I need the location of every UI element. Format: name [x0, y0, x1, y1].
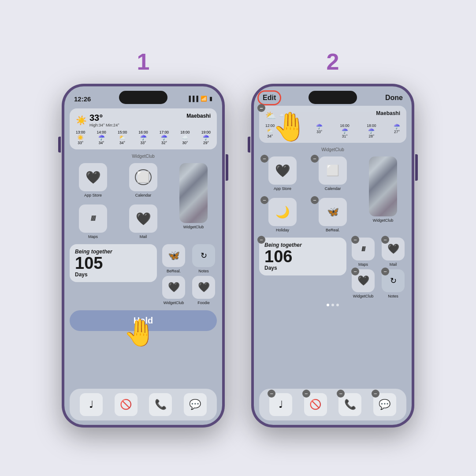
main-container: 1 12:26 ▐▐▐ 📶 ▮ [44, 31, 432, 445]
mail-item-2[interactable]: − 🖤 Mail [380, 238, 406, 267]
phone-2: Edit Done ⛅ [251, 84, 414, 428]
phone-2-screen: Edit Done ⛅ [254, 86, 412, 425]
maps-item-1[interactable]: //// Maps [70, 205, 116, 239]
edit-button[interactable]: Edit [263, 94, 276, 102]
step-1-number: 1 [137, 48, 150, 75]
notes-item-1[interactable]: ↻ Notes [190, 244, 217, 273]
mail-label-2: Mail [390, 262, 397, 267]
foodie-icon-1: 🖤 [192, 276, 215, 299]
weather-details-1: High:34° Min:24° [89, 123, 119, 127]
notes-item-2[interactable]: − ↻ Notes [380, 269, 406, 298]
remove-badge-holiday[interactable]: − [260, 196, 268, 204]
app-store-icon-1: 🖤 [79, 163, 107, 191]
app-store-item-1[interactable]: 🖤 App Store [70, 163, 116, 197]
dynamic-island-2 [309, 91, 357, 104]
remove-badge-notes[interactable]: − [381, 268, 389, 275]
calendar-item-2[interactable]: − ⬜ Calendar [309, 156, 356, 191]
remove-badge-mail[interactable]: − [381, 236, 389, 244]
remove-badge-bereal[interactable]: − [311, 196, 319, 204]
mail-label-1: Mail [140, 234, 147, 239]
notes-label-2: Notes [388, 294, 398, 298]
notes-label-1: Notes [198, 269, 209, 273]
together-days-1: Days [75, 271, 152, 278]
app-store-label-2: App Store [274, 186, 291, 191]
wc-label-2: WidgetClub [259, 147, 406, 152]
step-2-number: 2 [327, 48, 339, 75]
remove-badge-dock-messages[interactable]: − [372, 390, 379, 398]
widgetclub-bottom-label-2: WidgetClub [353, 294, 374, 298]
weather-top-2: ⛅ ☁️ Cloud Maebashi [265, 110, 400, 121]
calendar-icon-2: ⬜ [319, 156, 347, 185]
together-number-2: 106 [264, 248, 341, 265]
widgetclub-icon-1 [179, 163, 208, 223]
widgetclub-small-icon-1: 🖤 [162, 276, 185, 299]
remove-badge-appstore[interactable]: − [260, 155, 268, 163]
phone-1: 12:26 ▐▐▐ 📶 ▮ ☀️ [62, 84, 225, 428]
dock-2: − ♩ − 🚫 − 📞 − 💬 [259, 389, 406, 420]
widgetclub-icon-2 [369, 156, 397, 216]
remove-badge-weather[interactable]: − [257, 104, 265, 112]
maps-item-2[interactable]: − //// Maps [350, 238, 376, 267]
dock-1: ♩ 🚫 📞 💬 [70, 389, 217, 420]
maps-label-1: Maps [88, 234, 98, 239]
remove-badge-together[interactable]: − [257, 236, 265, 244]
weather-widget-2: ⛅ ☁️ Cloud Maebashi 12:00⛅34° ☁️34° [259, 106, 406, 143]
maps-icon-1: //// [79, 205, 107, 233]
dock-messages-1[interactable]: 💬 [184, 393, 207, 416]
phone-1-content: ☀️ 33° High:34° Min:24° Maebashi 13:00☀️… [64, 107, 222, 387]
app-store-label-1: App Store [84, 193, 102, 197]
wifi-icon-1: 📶 [201, 96, 207, 102]
calendar-label-2: Calendar [325, 186, 341, 191]
bereal-item-1[interactable]: 🦋 BeReal. [160, 244, 187, 273]
remove-badge-calendar[interactable]: − [311, 155, 319, 163]
step-2: 2 Edit Done [251, 48, 414, 428]
dot-2 [331, 304, 334, 306]
weather-temp-1: 33° [89, 113, 119, 123]
hold-button-1[interactable]: Hold [70, 310, 217, 331]
step-1: 1 12:26 ▐▐▐ 📶 ▮ [62, 48, 225, 428]
dot-3 [336, 304, 339, 306]
wc-label-1: WidgetClub [70, 154, 217, 159]
widgetclub-bottom-2[interactable]: − 🖤 WidgetClub [350, 269, 376, 298]
dot-1 [327, 304, 329, 306]
dock-safari-1[interactable]: 🚫 [115, 393, 138, 416]
remove-badge-dock-safari[interactable]: − [302, 390, 310, 398]
weather-city-2: Maebashi [376, 110, 400, 116]
remove-badge-widgetclub-b[interactable]: − [351, 268, 359, 275]
bereal-label-2: BeReal. [326, 228, 340, 232]
calendar-icon-1: ⬜ [129, 163, 157, 191]
weather-hour-1: 14:00☂️34° [97, 130, 106, 145]
page-dots-2 [259, 304, 406, 306]
phone-1-screen: 12:26 ▐▐▐ 📶 ▮ ☀️ [64, 86, 222, 425]
edit-circle [257, 90, 281, 105]
dock-phone-1[interactable]: 📞 [149, 393, 172, 416]
foodie-item-1[interactable]: 🖤 Foodie [190, 276, 217, 305]
status-icons-1: ▐▐▐ 📶 ▮ [187, 96, 212, 102]
calendar-item-1[interactable]: ⬜ Calendar [120, 163, 167, 197]
bereal-item-2[interactable]: − 🦋 BeReal. [309, 198, 356, 232]
bereal-icon-2: 🦋 [319, 198, 347, 226]
together-number-1: 105 [75, 255, 152, 271]
mail-icon-1: 🖤 [129, 205, 157, 233]
widgetclub-small-1[interactable]: 🖤 WidgetClub [160, 276, 187, 305]
app-store-item-2[interactable]: − 🖤 App Store [259, 156, 306, 191]
weather-city-1: Maebashi [186, 113, 211, 119]
together-widget-1: Being together 105 Days [70, 244, 157, 282]
weather-hours-1: 13:00☀️33° 14:00☂️34° 15:00⛅34° 16:00☂️3… [76, 130, 211, 145]
holiday-icon-2: 🌙 [268, 198, 297, 226]
together-days-2: Days [264, 265, 341, 271]
remove-badge-maps[interactable]: − [351, 236, 359, 244]
dynamic-island-1 [119, 91, 167, 104]
together-section-2: − Being together 106 Days − //// [259, 238, 406, 298]
weather-hours-2: 12:00⛅34° ☁️34° ☂️33° 16:00☂️31° 18:00☂️… [265, 123, 400, 138]
weather-hour-6: 19:00☂️29° [201, 130, 211, 145]
weather-widget-1: ☀️ 33° High:34° Min:24° Maebashi 13:00☀️… [70, 108, 217, 149]
battery-icon-1: ▮ [209, 96, 212, 102]
weather-hour-4: 17:00☂️32° [160, 130, 169, 145]
holiday-item-2[interactable]: − 🌙 Holiday [259, 198, 306, 232]
done-button[interactable]: Done [385, 94, 403, 102]
maps-label-2: Maps [358, 262, 368, 267]
mail-item-1[interactable]: 🖤 Mail [120, 205, 167, 239]
weather-temp-block-1: ☀️ 33° High:34° Min:24° [76, 113, 119, 127]
dock-music-1[interactable]: ♩ [80, 393, 103, 416]
